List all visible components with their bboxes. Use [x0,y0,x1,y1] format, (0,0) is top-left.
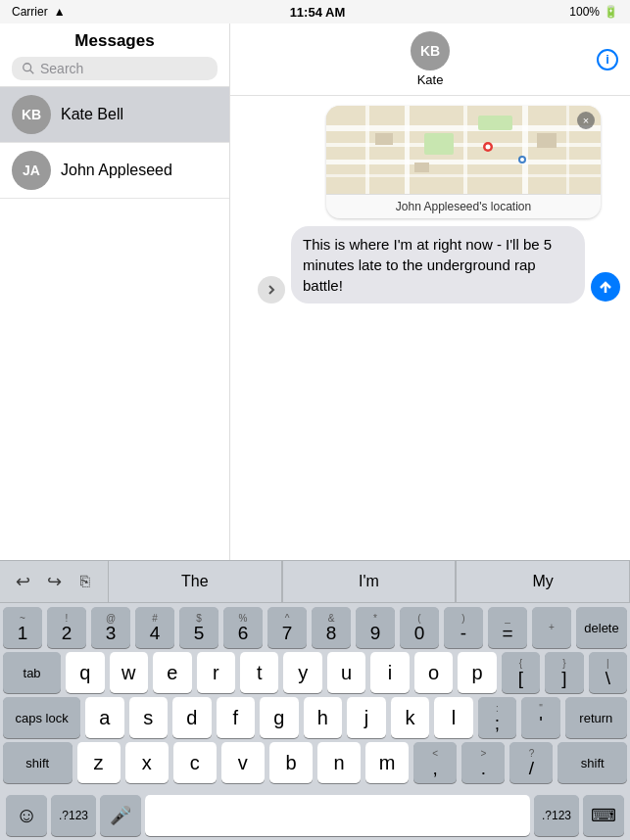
chevron-button[interactable] [258,276,285,303]
map-svg [326,106,601,194]
svg-rect-7 [365,106,369,194]
avatar-kb: KB [12,95,51,134]
status-bar-time: 11:54 AM [290,5,346,20]
key-gt-period[interactable]: >. [461,742,505,783]
send-button[interactable] [591,272,620,302]
keyboard-area: ↩ ↪ ⎘ The I'm My ~1 !2 @3 #4 $5 %6 ^7 &8… [0,560,630,840]
num-key-bottom-right[interactable]: .?123 [534,795,579,836]
key-hash-4[interactable]: #4 [135,607,174,648]
key-s[interactable]: s [129,697,169,738]
status-bar-right: 100% 🔋 [569,5,618,19]
info-button[interactable]: i [597,49,618,70]
carrier-label: Carrier [12,5,48,19]
key-star-9[interactable]: *9 [356,607,395,648]
suggestion-the[interactable]: The [108,561,282,602]
chat-area: KB Kate i × [230,23,630,560]
caps-lock-key[interactable]: caps lock [3,697,80,738]
delete-key[interactable]: delete [576,607,627,648]
status-bar-left: Carrier ▲ [12,5,66,19]
key-t[interactable]: t [240,652,278,693]
key-colon-semicolon[interactable]: :; [478,697,517,738]
wifi-icon: ▲ [54,5,66,19]
paste-button[interactable]: ⎘ [71,567,100,596]
svg-rect-12 [424,133,454,155]
chat-header-initials: KB [420,43,440,59]
key-v[interactable]: v [221,742,265,783]
contact-item-ja[interactable]: JA John Appleseed [0,143,229,199]
map-bubble[interactable]: × [326,106,601,218]
key-close-minus[interactable]: )- [444,607,483,648]
key-h[interactable]: h [304,697,343,738]
space-key[interactable] [145,795,530,836]
undo-button[interactable]: ↩ [8,567,37,596]
key-d[interactable]: d [172,697,212,738]
svg-rect-8 [405,106,410,194]
suggestion-im[interactable]: I'm [282,561,457,602]
key-x[interactable]: x [125,742,169,783]
keyboard-dismiss-key[interactable]: ⌨ [583,795,624,836]
key-plus-eq[interactable]: + [532,607,571,648]
key-i[interactable]: i [370,652,409,693]
key-pipe-backslash[interactable]: |\ [589,652,627,693]
key-p[interactable]: p [458,652,496,693]
num-key-bottom-left[interactable]: .?123 [51,795,96,836]
sidebar: Messages Search KB Kate Bell JA John App… [0,23,230,560]
mic-key[interactable]: 🎤 [100,795,141,836]
key-percent-6[interactable]: %6 [223,607,263,648]
key-z[interactable]: z [77,742,121,783]
key-j[interactable]: j [347,697,386,738]
search-bar[interactable]: Search [12,57,218,80]
key-o[interactable]: o [414,652,453,693]
key-r[interactable]: r [197,652,235,693]
key-qmark-slash[interactable]: ?/ [509,742,553,783]
shift-right-key[interactable]: shift [557,742,627,783]
key-w[interactable]: w [110,652,148,693]
key-quote-dquote[interactable]: "' [521,697,560,738]
key-a[interactable]: a [85,697,124,738]
svg-rect-13 [478,116,512,130]
key-e[interactable]: e [153,652,191,693]
emoji-key[interactable]: ☺ [6,795,47,836]
key-g[interactable]: g [260,697,299,738]
avatar-ja: JA [12,151,51,190]
key-curly-close[interactable]: }] [545,652,583,693]
return-key[interactable]: return [565,697,627,738]
key-under-eq[interactable]: _= [488,607,527,648]
suggestion-my[interactable]: My [456,561,630,602]
key-lt-comma[interactable]: <, [413,742,457,783]
sidebar-header: Messages Search [0,23,229,87]
key-q[interactable]: q [66,652,104,693]
key-u[interactable]: u [327,652,365,693]
key-curly-open[interactable]: {[ [502,652,540,693]
key-l[interactable]: l [434,697,473,738]
key-amp-8[interactable]: &8 [312,607,351,648]
contact-name-ja: John Appleseed [61,162,172,179]
svg-rect-11 [566,106,569,194]
search-placeholder[interactable]: Search [40,61,208,76]
key-n[interactable]: n [317,742,361,783]
key-y[interactable]: y [283,652,321,693]
svg-rect-14 [375,133,393,145]
key-m[interactable]: m [365,742,409,783]
undo-redo-paste: ↩ ↪ ⎘ [0,561,108,602]
key-excl-2[interactable]: !2 [47,607,86,648]
key-open-0[interactable]: (0 [400,607,439,648]
keyboard-rows: ~1 !2 @3 #4 $5 %6 ^7 &8 *9 (0 )- _= + de… [0,603,630,791]
key-dollar-5[interactable]: $5 [179,607,218,648]
map-close-button[interactable]: × [577,112,595,129]
chat-header: KB Kate i [230,23,630,96]
close-icon: × [583,115,589,126]
key-f[interactable]: f [217,697,256,738]
autocomplete-bar: ↩ ↪ ⎘ The I'm My [0,560,630,603]
redo-button[interactable]: ↪ [39,567,69,596]
shift-left-key[interactable]: shift [3,742,73,783]
key-c[interactable]: c [173,742,217,783]
tab-key[interactable]: tab [3,652,61,693]
key-k[interactable]: k [391,697,430,738]
key-b[interactable]: b [269,742,313,783]
key-at-3[interactable]: @3 [91,607,130,648]
key-caret-7[interactable]: ^7 [267,607,307,648]
number-symbol-row: ~1 !2 @3 #4 $5 %6 ^7 &8 *9 (0 )- _= + de… [3,607,627,648]
key-tilde-1[interactable]: ~1 [3,607,42,648]
contact-item-kb[interactable]: KB Kate Bell [0,87,229,143]
